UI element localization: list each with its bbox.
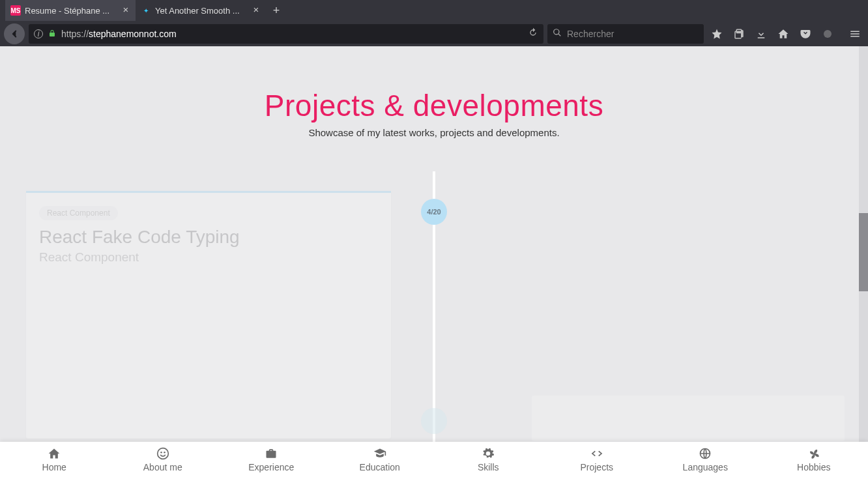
nav-skills[interactable]: Skills — [434, 442, 543, 477]
nav-label: Education — [360, 462, 400, 472]
tab-bar: MS Resume - Stéphane ... × ✦ Yet Another… — [0, 0, 868, 21]
code-icon — [590, 447, 603, 460]
svg-point-1 — [157, 448, 168, 459]
project-card[interactable] — [532, 396, 845, 441]
svg-point-2 — [160, 452, 162, 454]
search-bar[interactable]: Rechercher — [547, 24, 704, 44]
card-accent-bar — [26, 191, 391, 193]
page-subtitle: Showcase of my latest works, projects an… — [0, 127, 868, 138]
nav-home[interactable]: Home — [0, 442, 109, 477]
bottom-nav: Home About me Experience Education Skill… — [0, 442, 868, 477]
new-tab-button[interactable]: + — [266, 0, 287, 21]
card-title: React Fake Code Typing — [39, 227, 391, 248]
lock-icon — [48, 29, 56, 39]
project-card[interactable]: React Component React Fake Code Typing R… — [26, 191, 391, 439]
close-icon[interactable]: × — [121, 6, 130, 15]
education-icon — [373, 447, 386, 460]
nav-label: Experience — [248, 462, 294, 472]
back-button[interactable] — [4, 23, 25, 44]
info-icon[interactable]: i — [34, 29, 43, 38]
nav-experience[interactable]: Experience — [217, 442, 326, 477]
nav-about[interactable]: About me — [109, 442, 218, 477]
nav-label: Hobbies — [797, 462, 830, 472]
globe-icon — [699, 447, 712, 460]
nav-languages[interactable]: Languages — [651, 442, 760, 477]
close-icon[interactable]: × — [252, 6, 261, 15]
nav-label: Projects — [580, 462, 613, 472]
browser-tab-1[interactable]: ✦ Yet Another Smooth ... × — [136, 0, 266, 21]
tab-favicon: ✦ — [141, 5, 151, 16]
download-icon[interactable] — [752, 25, 770, 43]
clipboard-icon[interactable] — [730, 25, 748, 43]
nav-projects[interactable]: Projects — [543, 442, 652, 477]
search-icon — [553, 28, 562, 39]
addon-icon[interactable] — [818, 25, 837, 43]
search-placeholder: Rechercher — [567, 29, 614, 39]
reload-icon[interactable] — [528, 27, 538, 40]
card-subtitle: React Component — [39, 250, 391, 265]
face-icon — [156, 447, 169, 460]
svg-point-0 — [824, 30, 832, 38]
timeline-dot-label: 4/20 — [427, 208, 441, 216]
page-title: Projects & developments — [0, 88, 868, 123]
nav-label: Languages — [683, 462, 728, 472]
url-bar[interactable]: i https://stephanemonnot.com — [29, 24, 543, 44]
page-content: Projects & developments Showcase of my l… — [0, 46, 868, 477]
card-chip: React Component — [39, 206, 118, 220]
browser-tab-0[interactable]: MS Resume - Stéphane ... × — [5, 0, 136, 21]
nav-label: Home — [42, 462, 66, 472]
tab-favicon: MS — [10, 5, 21, 16]
menu-icon[interactable] — [846, 25, 864, 43]
hero: Projects & developments Showcase of my l… — [0, 46, 868, 138]
browser-chrome: MS Resume - Stéphane ... × ✦ Yet Another… — [0, 0, 868, 46]
gear-icon — [482, 447, 495, 460]
svg-point-3 — [164, 452, 166, 454]
toolbar: i https://stephanemonnot.com Rechercher — [0, 21, 868, 46]
timeline-dot: 4/20 — [421, 199, 447, 225]
bookmark-star-icon[interactable] — [708, 25, 726, 43]
timeline-dot — [421, 408, 447, 434]
url-text: https://stephanemonnot.com — [61, 29, 523, 39]
briefcase-icon — [265, 447, 278, 460]
pocket-icon[interactable] — [796, 25, 815, 43]
tab-title: Yet Another Smooth ... — [155, 6, 248, 16]
tab-title: Resume - Stéphane ... — [25, 6, 117, 16]
home-icon — [48, 447, 61, 460]
nav-education[interactable]: Education — [326, 442, 435, 477]
nav-label: About me — [143, 462, 182, 472]
nav-hobbies[interactable]: Hobbies — [760, 442, 869, 477]
scrollbar-thumb[interactable] — [859, 213, 868, 291]
nav-label: Skills — [478, 462, 499, 472]
fan-icon — [807, 447, 820, 460]
home-icon[interactable] — [774, 25, 792, 43]
